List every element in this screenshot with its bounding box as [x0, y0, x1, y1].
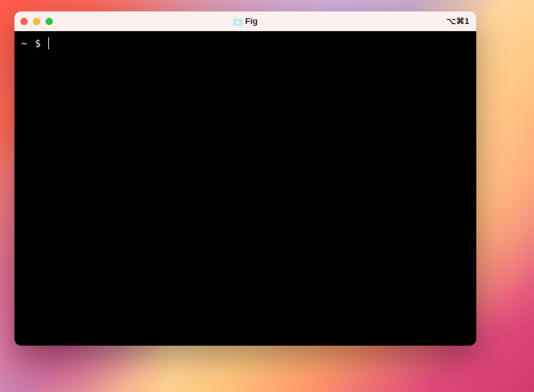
- titlebar[interactable]: Fig ⌥⌘1: [14, 11, 476, 31]
- prompt-cwd: ~: [21, 36, 27, 50]
- terminal-window: Fig ⌥⌘1 ~ $: [14, 11, 476, 346]
- terminal-viewport[interactable]: ~ $: [14, 31, 476, 346]
- shortcut-indicator: ⌥⌘1: [446, 16, 469, 26]
- window-title-group: Fig: [233, 16, 258, 26]
- prompt-symbol: $: [35, 36, 41, 50]
- shortcut-text: ⌥⌘1: [446, 16, 469, 26]
- zoom-button[interactable]: [46, 18, 53, 25]
- text-cursor: [48, 37, 49, 49]
- traffic-lights: [21, 18, 53, 25]
- close-button[interactable]: [21, 18, 28, 25]
- minimize-button[interactable]: [33, 18, 40, 25]
- window-title: Fig: [245, 16, 258, 26]
- prompt-line: ~ $: [21, 36, 469, 50]
- folder-home-icon: [233, 17, 242, 25]
